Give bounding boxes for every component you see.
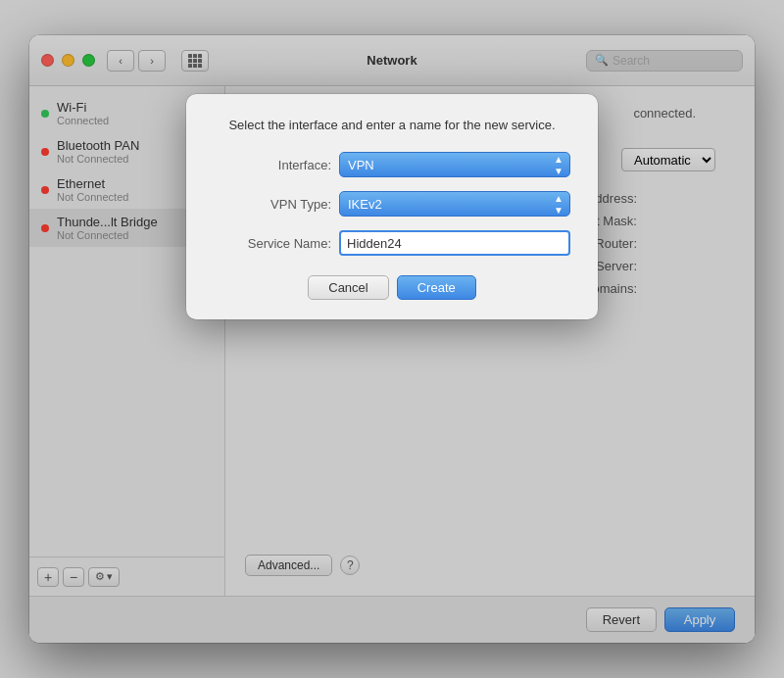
modal-overlay: Select the interface and enter a name fo…: [29, 35, 755, 643]
service-name-input[interactable]: [339, 230, 570, 256]
vpn-type-select[interactable]: IKEv2 ▲ ▼: [339, 191, 570, 217]
interface-select-value: VPN: [348, 158, 374, 172]
modal-title: Select the interface and enter a name fo…: [214, 118, 570, 132]
service-name-label: Service Name:: [214, 236, 331, 251]
service-name-field: Service Name:: [214, 230, 570, 256]
modal-buttons: Cancel Create: [214, 275, 570, 300]
interface-select-arrow: ▲ ▼: [554, 154, 564, 176]
vpn-type-field: VPN Type: IKEv2 ▲ ▼: [214, 191, 570, 217]
main-window: ‹ › Network 🔍 Search: [29, 35, 755, 643]
vpn-type-label: VPN Type:: [214, 197, 331, 212]
interface-field: Interface: VPN ▲ ▼: [214, 152, 570, 177]
create-button[interactable]: Create: [397, 275, 476, 300]
interface-select[interactable]: VPN ▲ ▼: [339, 152, 570, 177]
vpn-type-select-arrow: ▲ ▼: [554, 193, 564, 216]
vpn-type-select-value: IKEv2: [348, 197, 382, 212]
interface-label: Interface:: [214, 158, 331, 172]
new-service-modal: Select the interface and enter a name fo…: [186, 94, 598, 319]
cancel-button[interactable]: Cancel: [308, 275, 388, 300]
